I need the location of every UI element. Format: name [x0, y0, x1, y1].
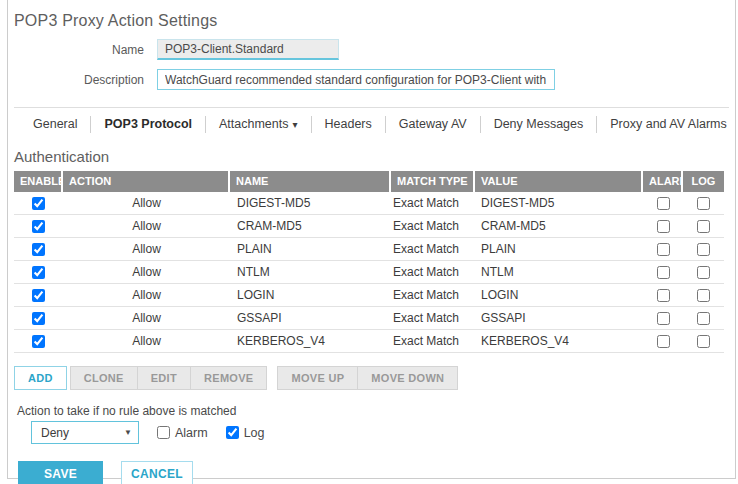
alarm-checkbox[interactable]: [657, 312, 670, 325]
name-cell: LOGIN: [230, 288, 391, 302]
move-down-button[interactable]: MOVE DOWN: [357, 366, 458, 390]
enabled-cell: [14, 265, 63, 279]
fallback-action-select[interactable]: Deny ▼: [31, 421, 139, 444]
chevron-down-icon: ▾: [293, 119, 298, 130]
tab-headers[interactable]: Headers: [312, 116, 386, 133]
tab-label: Proxy and AV Alarms: [610, 117, 727, 131]
clone-button[interactable]: CLONE: [70, 366, 138, 390]
column-header-log: LOG: [683, 171, 724, 192]
dropdown-caret-icon: ▼: [124, 428, 132, 437]
alarm-checkbox[interactable]: [657, 243, 670, 256]
add-button[interactable]: ADD: [14, 366, 67, 390]
column-header-alarm: ALARM: [643, 171, 683, 192]
fallback-alarm-checkbox[interactable]: [157, 426, 170, 439]
tab-gateway-av[interactable]: Gateway AV: [386, 116, 481, 133]
enabled-checkbox[interactable]: [32, 312, 45, 325]
alarm-checkbox[interactable]: [657, 220, 670, 233]
name-cell: PLAIN: [230, 242, 391, 256]
fallback-action-selected: Deny: [41, 426, 69, 440]
name-label: Name: [14, 43, 144, 57]
column-header-name: NAME: [230, 171, 391, 192]
enabled-cell: [14, 311, 63, 325]
alarm-cell: [643, 334, 683, 348]
name-cell: KERBEROS_V4: [230, 334, 391, 348]
log-checkbox[interactable]: [697, 289, 710, 302]
column-header-action: ACTION: [63, 171, 230, 192]
log-checkbox[interactable]: [697, 220, 710, 233]
tab-label: Gateway AV: [399, 117, 467, 131]
name-cell: GSSAPI: [230, 311, 391, 325]
enabled-checkbox[interactable]: [32, 220, 45, 233]
tab-bar: GeneralPOP3 ProtocolAttachments▾HeadersG…: [14, 107, 729, 140]
save-button[interactable]: SAVE: [18, 461, 103, 484]
log-checkbox[interactable]: [697, 197, 710, 210]
log-cell: [683, 334, 724, 348]
authentication-table: ENABLEDACTIONNAMEMATCH TYPEVALUEALARMLOG…: [14, 171, 724, 353]
enabled-checkbox[interactable]: [32, 243, 45, 256]
enabled-checkbox[interactable]: [32, 335, 45, 348]
alarm-checkbox[interactable]: [657, 266, 670, 279]
description-row: Description: [14, 69, 729, 90]
table-row: AllowCRAM-MD5Exact MatchCRAM-MD5: [14, 215, 724, 238]
log-checkbox[interactable]: [697, 266, 710, 279]
value-cell: CRAM-MD5: [475, 219, 643, 233]
alarm-checkbox[interactable]: [657, 335, 670, 348]
action-cell: Allow: [63, 334, 230, 348]
description-field[interactable]: [157, 69, 555, 90]
tab-label: General: [33, 117, 77, 131]
auth-table-body: AllowDIGEST-MD5Exact MatchDIGEST-MD5Allo…: [14, 192, 724, 353]
description-label: Description: [14, 73, 144, 87]
tab-pop3-protocol[interactable]: POP3 Protocol: [91, 116, 206, 133]
fallback-log-checkbox[interactable]: [226, 426, 239, 439]
alarm-cell: [643, 196, 683, 210]
log-cell: [683, 242, 724, 256]
alarm-cell: [643, 311, 683, 325]
move-up-button[interactable]: MOVE UP: [277, 366, 358, 390]
table-row: AllowGSSAPIExact MatchGSSAPI: [14, 307, 724, 330]
value-cell: PLAIN: [475, 242, 643, 256]
tab-label: POP3 Protocol: [104, 117, 192, 131]
alarm-checkbox[interactable]: [657, 289, 670, 302]
enabled-cell: [14, 334, 63, 348]
enabled-checkbox[interactable]: [32, 289, 45, 302]
tab-attachments[interactable]: Attachments▾: [206, 116, 312, 133]
settings-panel: POP3 Proxy Action Settings Name Descript…: [7, 0, 736, 479]
tab-label: Headers: [325, 117, 372, 131]
tab-label: Attachments: [219, 117, 288, 131]
tab-proxy-and-av-alarms[interactable]: Proxy and AV Alarms: [597, 116, 738, 133]
name-cell: NTLM: [230, 265, 391, 279]
action-cell: Allow: [63, 219, 230, 233]
edit-button[interactable]: EDIT: [137, 366, 191, 390]
tab-general[interactable]: General: [20, 116, 91, 133]
log-cell: [683, 311, 724, 325]
name-cell: DIGEST-MD5: [230, 196, 391, 210]
value-cell: NTLM: [475, 265, 643, 279]
log-checkbox[interactable]: [697, 335, 710, 348]
value-cell: DIGEST-MD5: [475, 196, 643, 210]
value-cell: LOGIN: [475, 288, 643, 302]
enabled-checkbox[interactable]: [32, 197, 45, 210]
tab-deny-messages[interactable]: Deny Messages: [481, 116, 598, 133]
fallback-alarm-label: Alarm: [175, 426, 208, 440]
tab-label: Deny Messages: [494, 117, 584, 131]
name-cell: CRAM-MD5: [230, 219, 391, 233]
alarm-checkbox[interactable]: [657, 197, 670, 210]
table-row: AllowPLAINExact MatchPLAIN: [14, 238, 724, 261]
table-row: AllowNTLMExact MatchNTLM: [14, 261, 724, 284]
name-field[interactable]: [157, 39, 339, 60]
remove-button[interactable]: REMOVE: [190, 366, 267, 390]
log-checkbox[interactable]: [697, 312, 710, 325]
rule-toolbar: ADD CLONE EDIT REMOVE MOVE UP MOVE DOWN: [14, 366, 729, 390]
fallback-action-label: Action to take if no rule above is match…: [17, 404, 729, 418]
enabled-checkbox[interactable]: [32, 266, 45, 279]
fallback-action-row: Deny ▼ Alarm Log: [31, 421, 729, 444]
cancel-button[interactable]: CANCEL: [121, 461, 193, 484]
log-cell: [683, 265, 724, 279]
alarm-cell: [643, 219, 683, 233]
fallback-log-label: Log: [244, 426, 265, 440]
section-heading-authentication: Authentication: [14, 148, 729, 165]
log-checkbox[interactable]: [697, 243, 710, 256]
action-cell: Allow: [63, 196, 230, 210]
match-type-cell: Exact Match: [391, 242, 475, 256]
enabled-cell: [14, 196, 63, 210]
